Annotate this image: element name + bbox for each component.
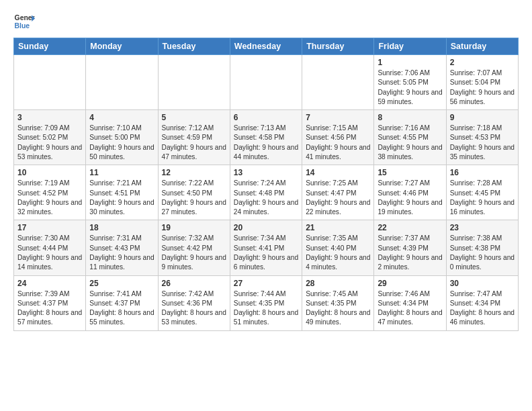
calendar-cell: 12Sunrise: 7:22 AM Sunset: 4:50 PM Dayli… [158, 165, 230, 220]
calendar-cell: 3Sunrise: 7:09 AM Sunset: 5:02 PM Daylig… [14, 110, 86, 165]
calendar-week-row: 1Sunrise: 7:06 AM Sunset: 5:05 PM Daylig… [14, 55, 519, 110]
day-number: 30 [450, 279, 515, 288]
cell-daylight-info: Sunrise: 7:13 AM Sunset: 4:58 PM Dayligh… [234, 124, 298, 162]
calendar-cell: 23Sunrise: 7:38 AM Sunset: 4:38 PM Dayli… [446, 220, 518, 275]
cell-daylight-info: Sunrise: 7:46 AM Sunset: 4:34 PM Dayligh… [378, 289, 442, 328]
weekday-header-tuesday: Tuesday [158, 38, 230, 55]
calendar-cell: 27Sunrise: 7:44 AM Sunset: 4:35 PM Dayli… [230, 275, 302, 330]
cell-daylight-info: Sunrise: 7:09 AM Sunset: 5:02 PM Dayligh… [17, 124, 82, 162]
cell-daylight-info: Sunrise: 7:35 AM Sunset: 4:40 PM Dayligh… [306, 234, 370, 272]
calendar-cell: 14Sunrise: 7:25 AM Sunset: 4:47 PM Dayli… [302, 165, 374, 220]
cell-daylight-info: Sunrise: 7:22 AM Sunset: 4:50 PM Dayligh… [162, 179, 226, 217]
calendar-week-row: 17Sunrise: 7:30 AM Sunset: 4:44 PM Dayli… [14, 220, 519, 275]
calendar-cell: 26Sunrise: 7:42 AM Sunset: 4:36 PM Dayli… [158, 275, 230, 330]
cell-daylight-info: Sunrise: 7:24 AM Sunset: 4:48 PM Dayligh… [234, 179, 298, 217]
calendar-cell [158, 55, 230, 110]
calendar-cell: 6Sunrise: 7:13 AM Sunset: 4:58 PM Daylig… [230, 110, 302, 165]
day-number: 5 [162, 113, 226, 122]
calendar-cell: 5Sunrise: 7:12 AM Sunset: 4:59 PM Daylig… [158, 110, 230, 165]
calendar-cell: 13Sunrise: 7:24 AM Sunset: 4:48 PM Dayli… [230, 165, 302, 220]
cell-daylight-info: Sunrise: 7:28 AM Sunset: 4:45 PM Dayligh… [450, 179, 515, 217]
weekday-header-monday: Monday [86, 38, 158, 55]
weekday-header-friday: Friday [374, 38, 446, 55]
day-number: 27 [234, 279, 298, 288]
calendar-header-row: SundayMondayTuesdayWednesdayThursdayFrid… [14, 38, 519, 55]
day-number: 10 [17, 168, 82, 177]
weekday-header-sunday: Sunday [14, 38, 86, 55]
day-number: 7 [306, 113, 370, 122]
svg-text:Blue: Blue [15, 22, 30, 30]
calendar-week-row: 10Sunrise: 7:19 AM Sunset: 4:52 PM Dayli… [14, 165, 519, 220]
day-number: 13 [234, 168, 298, 177]
weekday-header-saturday: Saturday [446, 38, 518, 55]
cell-daylight-info: Sunrise: 7:42 AM Sunset: 4:36 PM Dayligh… [162, 289, 226, 328]
day-number: 26 [162, 279, 226, 288]
day-number: 12 [162, 168, 226, 177]
calendar-cell: 8Sunrise: 7:16 AM Sunset: 4:55 PM Daylig… [374, 110, 446, 165]
cell-daylight-info: Sunrise: 7:25 AM Sunset: 4:47 PM Dayligh… [306, 179, 370, 217]
page-header: General Blue [13, 11, 519, 32]
calendar-cell: 19Sunrise: 7:32 AM Sunset: 4:42 PM Dayli… [158, 220, 230, 275]
calendar-week-row: 24Sunrise: 7:39 AM Sunset: 4:37 PM Dayli… [14, 275, 519, 330]
day-number: 6 [234, 113, 298, 122]
day-number: 22 [378, 223, 442, 232]
calendar-cell: 15Sunrise: 7:27 AM Sunset: 4:46 PM Dayli… [374, 165, 446, 220]
day-number: 8 [378, 113, 442, 122]
calendar-week-row: 3Sunrise: 7:09 AM Sunset: 5:02 PM Daylig… [14, 110, 519, 165]
calendar-cell: 1Sunrise: 7:06 AM Sunset: 5:05 PM Daylig… [374, 55, 446, 110]
cell-daylight-info: Sunrise: 7:15 AM Sunset: 4:56 PM Dayligh… [306, 124, 370, 162]
cell-daylight-info: Sunrise: 7:41 AM Sunset: 4:37 PM Dayligh… [89, 289, 154, 328]
day-number: 15 [378, 168, 442, 177]
calendar-cell: 17Sunrise: 7:30 AM Sunset: 4:44 PM Dayli… [14, 220, 86, 275]
cell-daylight-info: Sunrise: 7:12 AM Sunset: 4:59 PM Dayligh… [162, 124, 226, 162]
calendar-cell: 28Sunrise: 7:45 AM Sunset: 4:35 PM Dayli… [302, 275, 374, 330]
day-number: 3 [17, 113, 82, 122]
cell-daylight-info: Sunrise: 7:21 AM Sunset: 4:51 PM Dayligh… [89, 179, 154, 217]
cell-daylight-info: Sunrise: 7:19 AM Sunset: 4:52 PM Dayligh… [17, 179, 82, 217]
cell-daylight-info: Sunrise: 7:38 AM Sunset: 4:38 PM Dayligh… [450, 234, 515, 272]
day-number: 2 [450, 58, 515, 67]
cell-daylight-info: Sunrise: 7:45 AM Sunset: 4:35 PM Dayligh… [306, 289, 370, 328]
day-number: 20 [234, 223, 298, 232]
cell-daylight-info: Sunrise: 7:32 AM Sunset: 4:42 PM Dayligh… [162, 234, 226, 272]
calendar-cell: 16Sunrise: 7:28 AM Sunset: 4:45 PM Dayli… [446, 165, 518, 220]
cell-daylight-info: Sunrise: 7:30 AM Sunset: 4:44 PM Dayligh… [17, 234, 82, 272]
calendar-cell [230, 55, 302, 110]
day-number: 4 [89, 113, 154, 122]
calendar-table: SundayMondayTuesdayWednesdayThursdayFrid… [13, 38, 519, 331]
calendar-cell: 7Sunrise: 7:15 AM Sunset: 4:56 PM Daylig… [302, 110, 374, 165]
cell-daylight-info: Sunrise: 7:10 AM Sunset: 5:00 PM Dayligh… [89, 124, 154, 162]
calendar-cell: 4Sunrise: 7:10 AM Sunset: 5:00 PM Daylig… [86, 110, 158, 165]
cell-daylight-info: Sunrise: 7:31 AM Sunset: 4:43 PM Dayligh… [89, 234, 154, 272]
calendar-cell: 18Sunrise: 7:31 AM Sunset: 4:43 PM Dayli… [86, 220, 158, 275]
logo: General Blue [13, 11, 35, 32]
calendar-cell [86, 55, 158, 110]
calendar-cell: 30Sunrise: 7:47 AM Sunset: 4:34 PM Dayli… [446, 275, 518, 330]
cell-daylight-info: Sunrise: 7:44 AM Sunset: 4:35 PM Dayligh… [234, 289, 298, 328]
calendar-cell: 25Sunrise: 7:41 AM Sunset: 4:37 PM Dayli… [86, 275, 158, 330]
calendar-cell: 2Sunrise: 7:07 AM Sunset: 5:04 PM Daylig… [446, 55, 518, 110]
day-number: 16 [450, 168, 515, 177]
day-number: 29 [378, 279, 442, 288]
day-number: 28 [306, 279, 370, 288]
day-number: 19 [162, 223, 226, 232]
weekday-header-wednesday: Wednesday [230, 38, 302, 55]
calendar-cell: 29Sunrise: 7:46 AM Sunset: 4:34 PM Dayli… [374, 275, 446, 330]
day-number: 14 [306, 168, 370, 177]
day-number: 25 [89, 279, 154, 288]
cell-daylight-info: Sunrise: 7:07 AM Sunset: 5:04 PM Dayligh… [450, 68, 515, 107]
cell-daylight-info: Sunrise: 7:16 AM Sunset: 4:55 PM Dayligh… [378, 124, 442, 162]
calendar-cell [302, 55, 374, 110]
day-number: 21 [306, 223, 370, 232]
cell-daylight-info: Sunrise: 7:06 AM Sunset: 5:05 PM Dayligh… [378, 68, 442, 107]
cell-daylight-info: Sunrise: 7:47 AM Sunset: 4:34 PM Dayligh… [450, 289, 515, 328]
day-number: 11 [89, 168, 154, 177]
weekday-header-thursday: Thursday [302, 38, 374, 55]
day-number: 23 [450, 223, 515, 232]
cell-daylight-info: Sunrise: 7:27 AM Sunset: 4:46 PM Dayligh… [378, 179, 442, 217]
calendar-cell: 21Sunrise: 7:35 AM Sunset: 4:40 PM Dayli… [302, 220, 374, 275]
cell-daylight-info: Sunrise: 7:34 AM Sunset: 4:41 PM Dayligh… [234, 234, 298, 272]
day-number: 18 [89, 223, 154, 232]
day-number: 1 [378, 58, 442, 67]
calendar-cell: 22Sunrise: 7:37 AM Sunset: 4:39 PM Dayli… [374, 220, 446, 275]
